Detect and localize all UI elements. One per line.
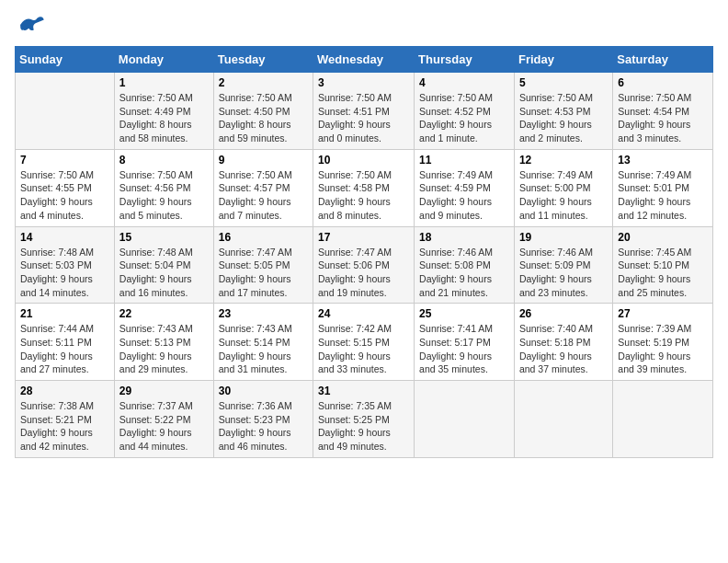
day-info: Sunrise: 7:49 AMSunset: 5:01 PMDaylight:…: [618, 169, 691, 221]
column-header-friday: Friday: [514, 47, 612, 73]
day-info: Sunrise: 7:38 AMSunset: 5:21 PMDaylight:…: [20, 400, 94, 452]
day-cell: 27 Sunrise: 7:39 AMSunset: 5:19 PMDaylig…: [613, 304, 713, 381]
day-info: Sunrise: 7:50 AMSunset: 4:58 PMDaylight:…: [318, 169, 392, 221]
day-cell: 19 Sunrise: 7:46 AMSunset: 5:09 PMDaylig…: [514, 226, 612, 304]
day-info: Sunrise: 7:36 AMSunset: 5:23 PMDaylight:…: [219, 400, 292, 452]
day-info: Sunrise: 7:50 AMSunset: 4:51 PMDaylight:…: [318, 92, 392, 144]
day-number: 18: [419, 231, 509, 244]
day-cell: 1 Sunrise: 7:50 AMSunset: 4:49 PMDayligh…: [114, 73, 213, 150]
day-cell: 4 Sunrise: 7:50 AMSunset: 4:52 PMDayligh…: [415, 73, 515, 150]
day-number: 4: [419, 76, 509, 89]
day-info: Sunrise: 7:43 AMSunset: 5:14 PMDaylight:…: [219, 323, 292, 374]
week-row-2: 7 Sunrise: 7:50 AMSunset: 4:55 PMDayligh…: [16, 149, 713, 226]
day-info: Sunrise: 7:50 AMSunset: 4:54 PMDaylight:…: [618, 92, 691, 144]
day-number: 9: [219, 154, 308, 167]
day-number: 25: [419, 307, 509, 320]
day-info: Sunrise: 7:50 AMSunset: 4:49 PMDaylight:…: [119, 92, 193, 144]
day-number: 6: [618, 76, 708, 89]
week-row-5: 28 Sunrise: 7:38 AMSunset: 5:21 PMDaylig…: [16, 381, 713, 458]
column-header-tuesday: Tuesday: [213, 47, 313, 73]
day-cell: 21 Sunrise: 7:44 AMSunset: 5:11 PMDaylig…: [16, 304, 115, 381]
day-number: 23: [219, 307, 308, 320]
day-number: 11: [419, 154, 509, 167]
day-info: Sunrise: 7:50 AMSunset: 4:56 PMDaylight:…: [119, 169, 193, 221]
column-header-saturday: Saturday: [613, 47, 713, 73]
day-cell: [613, 381, 713, 458]
day-cell: 14 Sunrise: 7:48 AMSunset: 5:03 PMDaylig…: [16, 226, 115, 304]
day-number: 8: [119, 154, 209, 167]
day-info: Sunrise: 7:41 AMSunset: 5:17 PMDaylight:…: [419, 323, 493, 374]
day-cell: 16 Sunrise: 7:47 AMSunset: 5:05 PMDaylig…: [213, 226, 313, 304]
day-cell: 30 Sunrise: 7:36 AMSunset: 5:23 PMDaylig…: [213, 381, 313, 458]
day-number: 27: [618, 307, 708, 320]
logo-bird-icon: [18, 15, 44, 35]
day-number: 17: [318, 231, 409, 244]
day-number: 20: [618, 231, 708, 244]
day-info: Sunrise: 7:46 AMSunset: 5:08 PMDaylight:…: [419, 247, 493, 298]
day-cell: 18 Sunrise: 7:46 AMSunset: 5:08 PMDaylig…: [415, 226, 515, 304]
day-number: 22: [119, 307, 209, 320]
day-number: 21: [20, 307, 109, 320]
day-info: Sunrise: 7:37 AMSunset: 5:22 PMDaylight:…: [119, 400, 193, 452]
column-header-wednesday: Wednesday: [313, 47, 415, 73]
day-cell: 13 Sunrise: 7:49 AMSunset: 5:01 PMDaylig…: [613, 149, 713, 226]
day-number: 1: [119, 76, 209, 89]
day-number: 15: [119, 231, 209, 244]
day-info: Sunrise: 7:50 AMSunset: 4:52 PMDaylight:…: [419, 92, 493, 144]
day-info: Sunrise: 7:50 AMSunset: 4:50 PMDaylight:…: [219, 92, 292, 144]
day-cell: 25 Sunrise: 7:41 AMSunset: 5:17 PMDaylig…: [415, 304, 515, 381]
day-info: Sunrise: 7:50 AMSunset: 4:53 PMDaylight:…: [519, 92, 593, 144]
day-info: Sunrise: 7:45 AMSunset: 5:10 PMDaylight:…: [618, 247, 691, 298]
day-cell: 31 Sunrise: 7:35 AMSunset: 5:25 PMDaylig…: [313, 381, 415, 458]
day-cell: 26 Sunrise: 7:40 AMSunset: 5:18 PMDaylig…: [514, 304, 612, 381]
day-number: 2: [219, 76, 308, 89]
day-info: Sunrise: 7:47 AMSunset: 5:05 PMDaylight:…: [219, 247, 292, 298]
day-info: Sunrise: 7:42 AMSunset: 5:15 PMDaylight:…: [318, 323, 392, 374]
calendar-body: 1 Sunrise: 7:50 AMSunset: 4:49 PMDayligh…: [16, 73, 713, 458]
day-cell: 5 Sunrise: 7:50 AMSunset: 4:53 PMDayligh…: [514, 73, 612, 150]
calendar-table: SundayMondayTuesdayWednesdayThursdayFrid…: [15, 46, 713, 458]
day-info: Sunrise: 7:39 AMSunset: 5:19 PMDaylight:…: [618, 323, 691, 374]
day-info: Sunrise: 7:35 AMSunset: 5:25 PMDaylight:…: [318, 400, 392, 452]
week-row-1: 1 Sunrise: 7:50 AMSunset: 4:49 PMDayligh…: [16, 73, 713, 150]
logo: [15, 15, 46, 35]
day-number: 28: [20, 385, 109, 397]
day-info: Sunrise: 7:50 AMSunset: 4:57 PMDaylight:…: [219, 169, 292, 221]
day-number: 10: [318, 154, 409, 167]
day-number: 30: [219, 385, 308, 397]
day-info: Sunrise: 7:40 AMSunset: 5:18 PMDaylight:…: [519, 323, 593, 374]
calendar-header-row: SundayMondayTuesdayWednesdayThursdayFrid…: [16, 47, 713, 73]
day-cell: 10 Sunrise: 7:50 AMSunset: 4:58 PMDaylig…: [313, 149, 415, 226]
day-number: 31: [318, 385, 409, 397]
day-cell: 29 Sunrise: 7:37 AMSunset: 5:22 PMDaylig…: [114, 381, 213, 458]
day-info: Sunrise: 7:48 AMSunset: 5:03 PMDaylight:…: [20, 247, 94, 298]
day-cell: 6 Sunrise: 7:50 AMSunset: 4:54 PMDayligh…: [613, 73, 713, 150]
day-cell: 2 Sunrise: 7:50 AMSunset: 4:50 PMDayligh…: [213, 73, 313, 150]
column-header-monday: Monday: [114, 47, 213, 73]
day-number: 16: [219, 231, 308, 244]
day-cell: 28 Sunrise: 7:38 AMSunset: 5:21 PMDaylig…: [16, 381, 115, 458]
header: [15, 15, 713, 35]
week-row-3: 14 Sunrise: 7:48 AMSunset: 5:03 PMDaylig…: [16, 226, 713, 304]
day-cell: 11 Sunrise: 7:49 AMSunset: 4:59 PMDaylig…: [415, 149, 515, 226]
day-number: 12: [519, 154, 608, 167]
week-row-4: 21 Sunrise: 7:44 AMSunset: 5:11 PMDaylig…: [16, 304, 713, 381]
day-cell: 3 Sunrise: 7:50 AMSunset: 4:51 PMDayligh…: [313, 73, 415, 150]
day-number: 24: [318, 307, 409, 320]
column-header-thursday: Thursday: [415, 47, 515, 73]
column-header-sunday: Sunday: [16, 47, 115, 73]
day-cell: 23 Sunrise: 7:43 AMSunset: 5:14 PMDaylig…: [213, 304, 313, 381]
day-cell: 24 Sunrise: 7:42 AMSunset: 5:15 PMDaylig…: [313, 304, 415, 381]
day-number: 29: [119, 385, 209, 397]
day-info: Sunrise: 7:46 AMSunset: 5:09 PMDaylight:…: [519, 247, 593, 298]
day-info: Sunrise: 7:49 AMSunset: 5:00 PMDaylight:…: [519, 169, 593, 221]
day-number: 19: [519, 231, 608, 244]
day-cell: 12 Sunrise: 7:49 AMSunset: 5:00 PMDaylig…: [514, 149, 612, 226]
day-info: Sunrise: 7:44 AMSunset: 5:11 PMDaylight:…: [20, 323, 94, 374]
day-cell: 20 Sunrise: 7:45 AMSunset: 5:10 PMDaylig…: [613, 226, 713, 304]
day-cell: [514, 381, 612, 458]
day-number: 7: [20, 154, 109, 167]
day-cell: 8 Sunrise: 7:50 AMSunset: 4:56 PMDayligh…: [114, 149, 213, 226]
day-number: 14: [20, 231, 109, 244]
day-cell: 15 Sunrise: 7:48 AMSunset: 5:04 PMDaylig…: [114, 226, 213, 304]
